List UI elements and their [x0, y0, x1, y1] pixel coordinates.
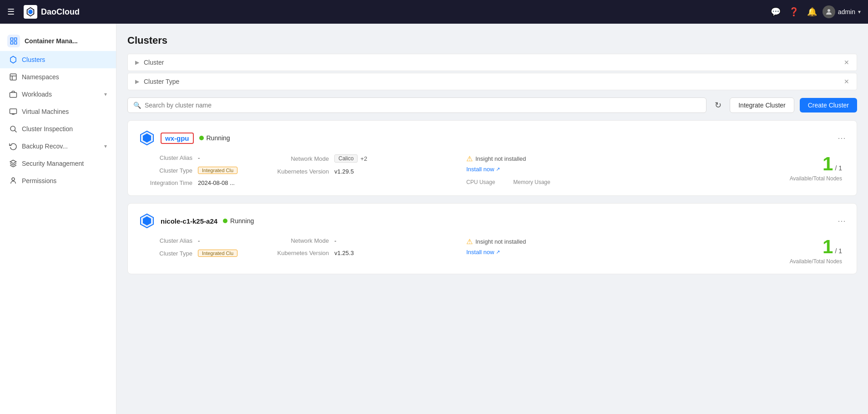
network-mode-value-nicole: -	[334, 237, 336, 244]
cluster-type-filter-close-icon[interactable]: ✕	[844, 78, 849, 85]
sidebar-item-virtual-machines[interactable]: Virtual Machines	[0, 103, 116, 120]
network-mode-extra: +2	[360, 155, 367, 162]
insight-warning-text-nicole: Insight not installed	[475, 238, 526, 245]
virtual-machines-icon	[9, 107, 17, 116]
warning-icon: ⚠	[466, 154, 473, 163]
cluster-filter-close-icon[interactable]: ✕	[844, 59, 849, 66]
app-name: DaoCloud	[41, 7, 80, 17]
sidebar: Container Mana... Clusters Namespaces Wo…	[0, 24, 116, 414]
cluster-insight-section: ⚠ Insight not installed Install now ↗ CP…	[457, 154, 764, 185]
usage-labels: CPU Usage Memory Usage	[466, 179, 550, 185]
kubernetes-version-label-nicole: Kubernetes Version	[275, 250, 334, 256]
node-count-nicole: 1	[823, 237, 833, 256]
cluster-type-badge: Integrated Clu	[198, 167, 237, 174]
cluster-alias-row: Cluster Alias -	[139, 154, 275, 161]
cluster-filter-chevron-icon[interactable]: ▶	[135, 59, 139, 66]
sidebar-module: Container Mana...	[0, 29, 116, 51]
search-icon: 🔍	[133, 102, 141, 109]
cluster-type-filter-chevron-icon[interactable]: ▶	[135, 78, 139, 85]
workloads-chevron-icon: ▾	[104, 91, 107, 97]
cluster-alias-label: Cluster Alias	[139, 154, 198, 161]
cluster-status-label: Running	[207, 134, 230, 142]
user-chevron-icon: ▾	[858, 9, 861, 15]
menu-icon[interactable]: ☰	[7, 7, 15, 17]
cluster-icon	[139, 130, 155, 146]
svg-marker-1	[28, 10, 32, 15]
sidebar-label-virtual-machines: Virtual Machines	[22, 108, 69, 115]
cluster-name-nicole[interactable]: nicole-c1-k25-a24	[161, 217, 217, 225]
svg-rect-6	[15, 42, 17, 44]
insight-warning-nicole: ⚠ Insight not installed	[466, 237, 526, 246]
sidebar-item-namespaces[interactable]: Namespaces	[0, 68, 116, 86]
kubernetes-version-row: Kubernetes Version v1.29.5	[275, 168, 457, 175]
svg-rect-12	[10, 109, 17, 114]
workloads-icon	[9, 90, 17, 98]
app-logo: DaoCloud	[24, 5, 80, 19]
integration-time-label: Integration Time	[139, 179, 198, 186]
cluster-more-icon[interactable]: ⋯	[838, 133, 846, 143]
cluster-header-nicole: nicole-c1-k25-a24 Running ⋯	[139, 213, 846, 229]
chat-icon[interactable]: 💬	[771, 7, 781, 17]
cluster-icon-nicole	[139, 213, 155, 229]
security-management-icon	[9, 159, 17, 168]
sidebar-item-permissions[interactable]: Permissions	[0, 172, 116, 189]
backup-recovery-icon	[9, 142, 17, 150]
cluster-nodes-section-nicole: 1 / 1 Available/Total Nodes	[764, 237, 846, 265]
top-navigation: ☰ DaoCloud 💬 ❓ 🔔 admin ▾	[0, 0, 868, 24]
svg-point-15	[10, 126, 15, 131]
sidebar-item-security-management[interactable]: Security Management	[0, 155, 116, 172]
svg-rect-8	[10, 74, 16, 80]
warning-icon-nicole: ⚠	[466, 237, 473, 246]
avatar	[823, 5, 835, 18]
svg-rect-4	[15, 38, 17, 40]
kubernetes-version-value-nicole: v1.25.3	[334, 250, 354, 256]
install-now-link-nicole[interactable]: Install now ↗	[466, 249, 500, 256]
cluster-type-row: Cluster Type Integrated Clu	[139, 167, 275, 174]
status-running-dot	[199, 136, 204, 140]
cluster-type-badge-nicole: Integrated Clu	[198, 250, 237, 257]
sidebar-label-security-management: Security Management	[22, 160, 84, 167]
module-name: Container Mana...	[25, 37, 78, 45]
cluster-middle-details-nicole: Network Mode - Kubernetes Version v1.25.…	[275, 237, 457, 256]
sidebar-item-cluster-inspection[interactable]: Cluster Inspection	[0, 120, 116, 138]
sidebar-label-cluster-inspection: Cluster Inspection	[22, 125, 73, 133]
cluster-alias-label-nicole: Cluster Alias	[139, 237, 198, 244]
insight-warning: ⚠ Insight not installed	[466, 154, 526, 163]
help-icon[interactable]: ❓	[789, 7, 799, 17]
integrate-cluster-button[interactable]: Integrate Cluster	[730, 97, 794, 113]
cluster-alias-value-nicole: -	[198, 237, 200, 244]
node-avail-label-nicole: Available/Total Nodes	[790, 258, 842, 265]
cluster-alias-value: -	[198, 154, 200, 161]
cluster-left-details: Cluster Alias - Cluster Type Integrated …	[139, 154, 275, 186]
kubernetes-version-value: v1.29.5	[334, 168, 354, 175]
user-menu[interactable]: admin ▾	[823, 5, 861, 18]
node-total: / 1	[835, 164, 842, 172]
svg-rect-5	[10, 42, 13, 44]
create-cluster-button[interactable]: Create Cluster	[800, 98, 857, 112]
sidebar-item-backup-recovery[interactable]: Backup Recov... ▾	[0, 138, 116, 155]
main-content: Clusters ▶ Cluster ✕ ▶ Cluster Type ✕ 🔍 …	[116, 24, 868, 414]
notification-icon[interactable]: 🔔	[807, 7, 817, 17]
sidebar-item-clusters[interactable]: Clusters	[0, 51, 116, 68]
refresh-icon[interactable]: ↻	[712, 97, 724, 113]
install-now-label-nicole: Install now	[466, 249, 494, 256]
cluster-name-highlighted[interactable]: wx-gpu	[161, 133, 194, 144]
sidebar-label-workloads: Workloads	[22, 91, 52, 98]
svg-rect-3	[10, 38, 13, 40]
svg-rect-11	[10, 92, 17, 97]
module-icon	[7, 35, 20, 47]
network-mode-row-nicole: Network Mode -	[275, 237, 457, 244]
cpu-usage-label: CPU Usage	[466, 179, 495, 185]
cluster-type-label: Cluster Type	[139, 167, 198, 174]
cluster-more-icon-nicole[interactable]: ⋯	[838, 216, 846, 226]
backup-chevron-icon: ▾	[104, 143, 107, 149]
cluster-left-details-nicole: Cluster Alias - Cluster Type Integrated …	[139, 237, 275, 257]
sidebar-label-permissions: Permissions	[22, 177, 56, 184]
search-input[interactable]	[145, 102, 701, 109]
search-input-wrap: 🔍	[127, 97, 707, 113]
integration-time-value: 2024-08-08 ...	[198, 179, 235, 186]
cluster-status-label-nicole: Running	[230, 217, 254, 225]
cluster-middle-details: Network Mode Calico +2 Kubernetes Versio…	[275, 154, 457, 175]
install-now-link[interactable]: Install now ↗	[466, 166, 500, 173]
sidebar-item-workloads[interactable]: Workloads ▾	[0, 86, 116, 103]
